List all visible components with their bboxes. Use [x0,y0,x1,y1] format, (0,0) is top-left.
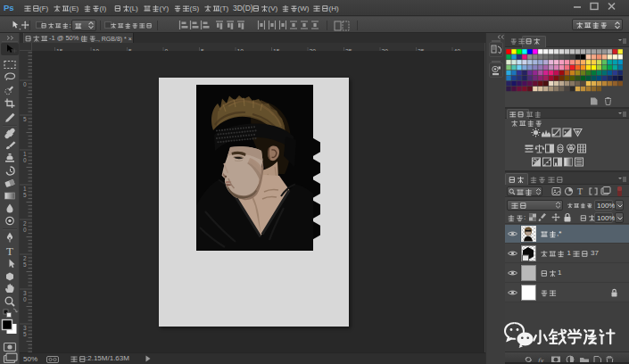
svg-text:0: 0 [23,227,27,233]
svg-text:T: T [577,186,583,196]
svg-text:0: 0 [23,296,27,302]
svg-text:0: 0 [23,157,27,163]
svg-text:5: 5 [23,331,27,337]
svg-text:5: 5 [23,192,27,198]
svg-text:T: T [6,244,13,258]
svg-text:0: 0 [23,81,27,87]
svg-text:5: 5 [23,261,27,268]
svg-text:5: 5 [23,116,27,122]
